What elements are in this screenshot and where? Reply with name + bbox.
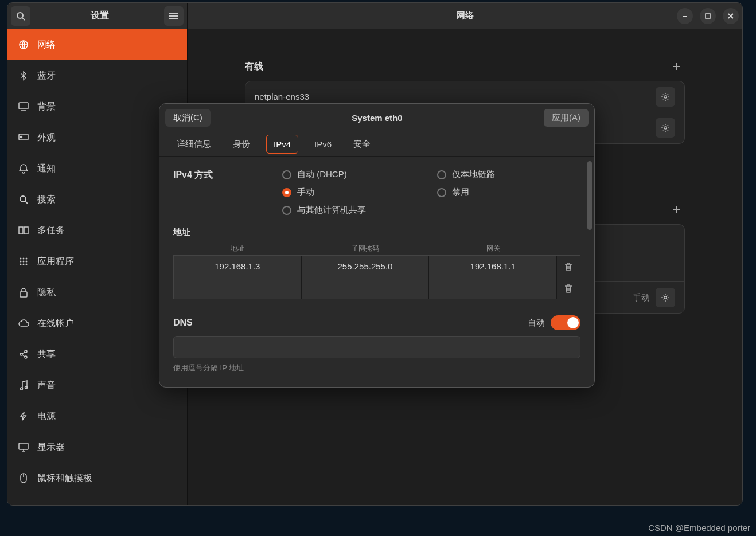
- sidebar-title: 设置: [35, 10, 164, 22]
- search-button[interactable]: [11, 6, 30, 26]
- apply-button[interactable]: 应用(A): [544, 109, 589, 127]
- sidebar-item-label: 多任务: [37, 225, 65, 237]
- tab-IPv6[interactable]: IPv6: [309, 134, 337, 154]
- delete-row-button[interactable]: [557, 277, 580, 299]
- ipv4-method-row: IPv4 方式 自动 (DHCP)仅本地链路手动禁用与其他计算机共享: [173, 169, 580, 216]
- menu-icon: [169, 13, 178, 19]
- maximize-button[interactable]: [700, 8, 716, 24]
- radio-method-3[interactable]: 禁用: [437, 187, 580, 198]
- address-input[interactable]: [174, 256, 301, 277]
- tab-身份[interactable]: 身份: [227, 134, 256, 155]
- add-vpn-button[interactable]: [668, 201, 685, 218]
- mask-input[interactable]: [302, 256, 429, 277]
- page-title: 网络: [457, 10, 474, 21]
- tab-IPv4[interactable]: IPv4: [266, 135, 298, 154]
- svg-point-42: [664, 95, 667, 97]
- connection-settings-button[interactable]: [656, 87, 675, 107]
- sidebar-item-label: 蓝牙: [37, 70, 56, 82]
- tab-详细信息[interactable]: 详细信息: [171, 134, 217, 155]
- hamburger-menu-button[interactable]: [164, 6, 184, 26]
- scrollbar[interactable]: [587, 161, 592, 230]
- address-input[interactable]: [174, 277, 301, 299]
- dialog-titlebar: 取消(C) System eth0 应用(A): [159, 104, 594, 132]
- connection-name: netplan-ens33: [255, 92, 309, 101]
- sidebar-item-label: 搜索: [37, 194, 56, 206]
- sidebar-item-label: 外观: [37, 132, 56, 144]
- svg-rect-27: [20, 292, 27, 297]
- sidebar-item-bluetooth[interactable]: 蓝牙: [7, 60, 187, 91]
- svg-point-21: [20, 261, 22, 263]
- dns-auto-label: 自动: [528, 318, 545, 328]
- connection-settings-button[interactable]: [656, 118, 675, 138]
- dns-label: DNS: [173, 318, 193, 328]
- svg-line-1: [22, 18, 25, 20]
- close-icon: [728, 13, 734, 19]
- add-wired-button[interactable]: [668, 58, 685, 75]
- sidebar-item-label: 电源: [37, 410, 56, 422]
- titlebar: 设置 网络: [7, 3, 742, 29]
- sidebar-item-label: 显示器: [37, 441, 65, 453]
- header-mask: 子网掩码: [301, 241, 429, 256]
- sidebar-item-label: 应用程序: [37, 256, 74, 268]
- sidebar-item-globe[interactable]: 网络: [7, 29, 187, 60]
- minimize-icon: [682, 13, 688, 19]
- dns-auto-switch[interactable]: [551, 315, 580, 330]
- svg-point-30: [25, 356, 27, 358]
- radio-dot: [282, 188, 291, 197]
- power-icon: [18, 410, 29, 422]
- tab-安全[interactable]: 安全: [348, 134, 376, 155]
- sidebar-item-mouse[interactable]: 鼠标和触摸板: [7, 463, 187, 494]
- svg-line-31: [22, 352, 25, 354]
- radio-dot: [437, 188, 446, 197]
- svg-rect-16: [19, 227, 23, 234]
- delete-row-button[interactable]: [557, 256, 580, 277]
- globe-icon: [18, 39, 29, 50]
- sidebar-item-power[interactable]: 电源: [7, 401, 187, 432]
- svg-line-32: [22, 355, 25, 357]
- close-button[interactable]: [723, 8, 739, 24]
- mask-input[interactable]: [302, 277, 429, 299]
- share-icon: [18, 349, 29, 360]
- radio-method-4[interactable]: 与其他计算机共享: [282, 205, 580, 216]
- radio-method-2[interactable]: 手动: [282, 187, 426, 198]
- svg-point-22: [23, 261, 25, 263]
- gateway-input[interactable]: [429, 256, 556, 277]
- radio-label: 自动 (DHCP): [297, 169, 347, 180]
- address-row: [173, 255, 580, 277]
- search-icon: [18, 194, 29, 205]
- sidebar-item-label: 隐私: [37, 287, 56, 299]
- gear-icon: [661, 293, 670, 302]
- search-icon: [16, 11, 25, 21]
- trash-icon: [564, 284, 572, 293]
- svg-point-13: [21, 136, 22, 138]
- addresses-label: 地址: [173, 227, 580, 238]
- dialog-title: System eth0: [211, 113, 544, 123]
- radio-label: 仅本地链路: [452, 169, 495, 180]
- svg-point-0: [17, 13, 23, 18]
- dns-input[interactable]: [173, 336, 580, 358]
- sidebar-item-label: 共享: [37, 349, 56, 361]
- multitask-icon: [18, 225, 29, 236]
- gateway-input[interactable]: [429, 277, 556, 299]
- radio-label: 手动: [297, 187, 314, 198]
- svg-point-14: [20, 196, 26, 202]
- svg-point-25: [23, 264, 25, 265]
- radio-method-1[interactable]: 仅本地链路: [437, 169, 580, 180]
- gear-icon: [661, 123, 670, 132]
- switch-knob: [567, 317, 579, 328]
- sidebar-item-display[interactable]: 显示器: [7, 432, 187, 463]
- svg-rect-17: [24, 227, 28, 234]
- lock-icon: [18, 287, 29, 298]
- maximize-icon: [705, 13, 711, 19]
- radio-label: 与其他计算机共享: [297, 205, 366, 216]
- window-controls: [677, 8, 739, 24]
- connection-settings-button[interactable]: [656, 288, 675, 307]
- plus-icon: [672, 205, 681, 214]
- svg-rect-10: [19, 103, 28, 109]
- cancel-button[interactable]: 取消(C): [165, 109, 211, 127]
- ipv4-dialog: 取消(C) System eth0 应用(A) 详细信息身份IPv4IPv6安全…: [159, 103, 595, 388]
- svg-point-43: [664, 127, 667, 129]
- svg-point-26: [26, 264, 28, 265]
- radio-method-0[interactable]: 自动 (DHCP): [282, 169, 426, 180]
- minimize-button[interactable]: [677, 8, 693, 24]
